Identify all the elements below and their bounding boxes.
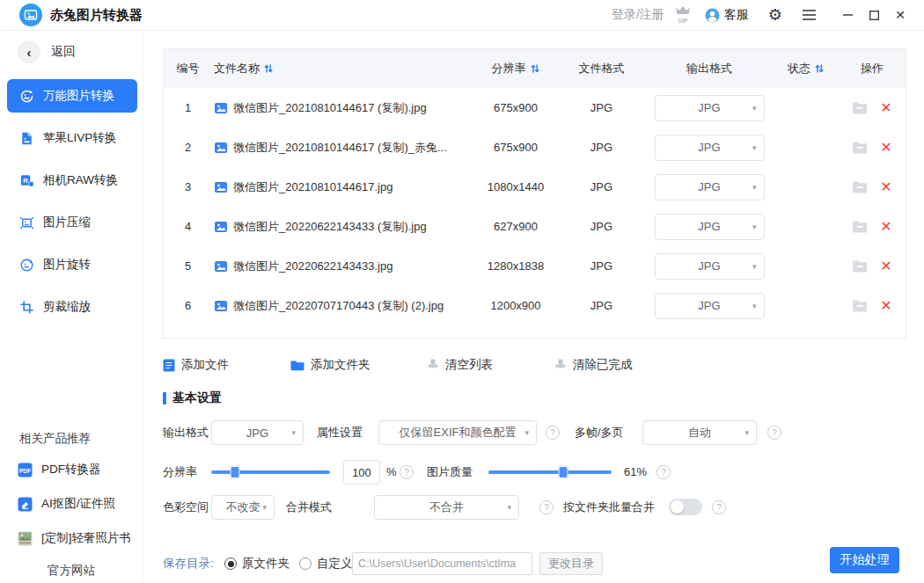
- column-header-id[interactable]: 编号: [164, 61, 212, 77]
- open-folder-icon[interactable]: [852, 180, 868, 193]
- login-register-link[interactable]: 登录/注册: [612, 7, 664, 23]
- app-logo-icon: [19, 4, 42, 26]
- clear-completed-button[interactable]: 清除已完成: [554, 353, 633, 377]
- radio-custom-folder[interactable]: 自定义: [299, 551, 353, 576]
- delete-row-icon[interactable]: ✕: [880, 101, 891, 115]
- settings-gear-icon[interactable]: ⚙: [768, 7, 782, 23]
- row-operations: ✕: [837, 299, 907, 313]
- row-index: 2: [164, 141, 212, 154]
- help-icon[interactable]: ?: [767, 426, 781, 440]
- resolution-slider-handle[interactable]: [231, 466, 240, 478]
- column-header-resolution[interactable]: 分辨率: [472, 61, 560, 77]
- chevron-down-icon: ▾: [752, 104, 757, 113]
- list-toolbar: 添加文件 添加文件夹 清空列表 清除已完成: [143, 353, 924, 377]
- vip-crown-icon[interactable]: VIP: [673, 6, 693, 24]
- column-header-filename[interactable]: 文件名称: [212, 61, 472, 77]
- delete-row-icon[interactable]: ✕: [880, 259, 891, 273]
- related-item-label: PDF转换器: [41, 462, 101, 477]
- row-filename: 微信图片_20210810144617 (复制).jpg: [233, 100, 427, 116]
- sidebar-item-livp-convert[interactable]: 苹果LIVP转换: [7, 121, 137, 155]
- merge-mode-select[interactable]: 不合并 ▾: [374, 495, 519, 520]
- output-format-select[interactable]: JPG ▾: [211, 420, 304, 445]
- sidebar-item-image-rotate[interactable]: 图片旋转: [7, 248, 137, 281]
- open-folder-icon[interactable]: [852, 259, 868, 273]
- batch-merge-toggle[interactable]: [669, 499, 702, 515]
- back-label: 返回: [51, 44, 76, 60]
- sidebar-item-label: 苹果LIVP转换: [43, 130, 116, 146]
- sort-icon[interactable]: [530, 63, 540, 74]
- resolution-slider[interactable]: [211, 470, 330, 474]
- resolution-input[interactable]: [343, 460, 380, 485]
- crop-scale-icon: [19, 300, 34, 315]
- maximize-button[interactable]: [861, 4, 887, 26]
- clear-list-label: 清空列表: [445, 357, 493, 373]
- row-output-format-select[interactable]: JPG ▾: [655, 95, 765, 121]
- hamburger-menu-icon[interactable]: [802, 9, 817, 21]
- sidebar-item-raw-convert[interactable]: R 相机RAW转换: [7, 164, 137, 197]
- settings-row-1: 输出格式 JPG ▾ 属性设置 仅保留EXIF和颜色配置 ▾ ? 多帧/多页 自…: [143, 420, 924, 445]
- official-site-link[interactable]: 官方网站: [0, 563, 143, 579]
- close-button[interactable]: ✕: [887, 4, 913, 26]
- sidebar-item-crop-scale[interactable]: 剪裁缩放: [7, 290, 137, 324]
- open-folder-icon[interactable]: [852, 141, 868, 154]
- row-output-format-select[interactable]: JPG ▾: [655, 135, 765, 161]
- clear-list-button[interactable]: 清空列表: [427, 353, 493, 377]
- row-filename-cell: 微信图片_20210810144617.jpg: [212, 179, 472, 195]
- toggle-knob: [671, 500, 684, 514]
- row-output-cell: JPG ▾: [643, 174, 775, 200]
- raw-convert-icon: R: [19, 173, 34, 188]
- color-space-select[interactable]: 不改变 ▾: [211, 495, 275, 520]
- help-icon[interactable]: ?: [656, 465, 671, 479]
- help-icon[interactable]: ?: [400, 465, 414, 479]
- property-select[interactable]: 仅保留EXIF和颜色配置 ▾: [378, 420, 537, 445]
- delete-row-icon[interactable]: ✕: [880, 141, 891, 155]
- sort-icon[interactable]: [263, 63, 274, 74]
- minimize-button[interactable]: [834, 4, 861, 26]
- radio-original-folder[interactable]: 原文件夹: [224, 551, 290, 576]
- percent-sign: %: [386, 460, 397, 485]
- radio-checked-icon[interactable]: [224, 557, 237, 570]
- row-output-cell: JPG ▾: [643, 214, 775, 240]
- delete-row-icon[interactable]: ✕: [880, 299, 891, 313]
- row-output-format-select[interactable]: JPG ▾: [655, 253, 765, 280]
- quality-slider-handle[interactable]: [559, 466, 568, 478]
- row-operations: ✕: [837, 180, 907, 194]
- row-filename-cell: 微信图片_20210810144617 (复制)_赤兔...: [212, 140, 472, 156]
- sidebar-item-universal-convert[interactable]: 万能图片转换: [7, 79, 137, 113]
- related-products-title: 相关产品推荐: [19, 431, 91, 447]
- row-filename: 微信图片_20220707170443 (复制) (2).jpg: [233, 298, 444, 314]
- change-directory-button[interactable]: 更改目录: [539, 552, 603, 575]
- sort-icon[interactable]: [814, 63, 825, 74]
- open-folder-icon[interactable]: [852, 101, 868, 114]
- help-icon[interactable]: ?: [712, 500, 726, 514]
- back-button[interactable]: ‹ 返回: [18, 40, 76, 63]
- row-output-format-select[interactable]: JPG ▾: [655, 293, 765, 319]
- add-folder-button[interactable]: 添加文件夹: [290, 353, 370, 377]
- help-icon[interactable]: ?: [546, 426, 560, 440]
- save-path-input[interactable]: [352, 552, 532, 575]
- table-row: 4 微信图片_20220622143433 (复制).jpg 627x900 J…: [164, 207, 906, 246]
- add-file-button[interactable]: 添加文件: [163, 353, 229, 377]
- table-row: 2 微信图片_20210810144617 (复制)_赤兔... 675x900…: [164, 128, 906, 167]
- row-output-format-select[interactable]: JPG ▾: [655, 214, 765, 240]
- sidebar-item-pdf-converter[interactable]: PDF PDF转换器: [18, 462, 101, 477]
- quality-slider[interactable]: [488, 470, 612, 474]
- open-folder-icon[interactable]: [852, 220, 868, 233]
- delete-row-icon[interactable]: ✕: [880, 220, 891, 234]
- row-output-format-value: JPG: [698, 180, 720, 193]
- clear-brush-icon: [427, 359, 439, 372]
- add-folder-icon: [290, 360, 304, 371]
- delete-row-icon[interactable]: ✕: [880, 180, 891, 194]
- customer-service-button[interactable]: 客服: [705, 7, 749, 23]
- sidebar-item-image-compress[interactable]: 图片压缩: [7, 206, 137, 239]
- column-header-status[interactable]: 状态: [775, 61, 837, 77]
- help-icon[interactable]: ?: [539, 500, 554, 514]
- sidebar-item-photo-book[interactable]: [定制]轻奢照片书: [18, 530, 131, 546]
- start-processing-button[interactable]: 开始处理: [830, 547, 899, 573]
- row-output-format-select[interactable]: JPG ▾: [655, 174, 765, 200]
- radio-unchecked-icon[interactable]: [299, 557, 312, 570]
- row-output-cell: JPG ▾: [643, 135, 775, 161]
- open-folder-icon[interactable]: [852, 299, 868, 312]
- sidebar-item-ai-matting[interactable]: AI抠图/证件照: [18, 496, 115, 512]
- multiframe-select[interactable]: 自动 ▾: [642, 420, 757, 445]
